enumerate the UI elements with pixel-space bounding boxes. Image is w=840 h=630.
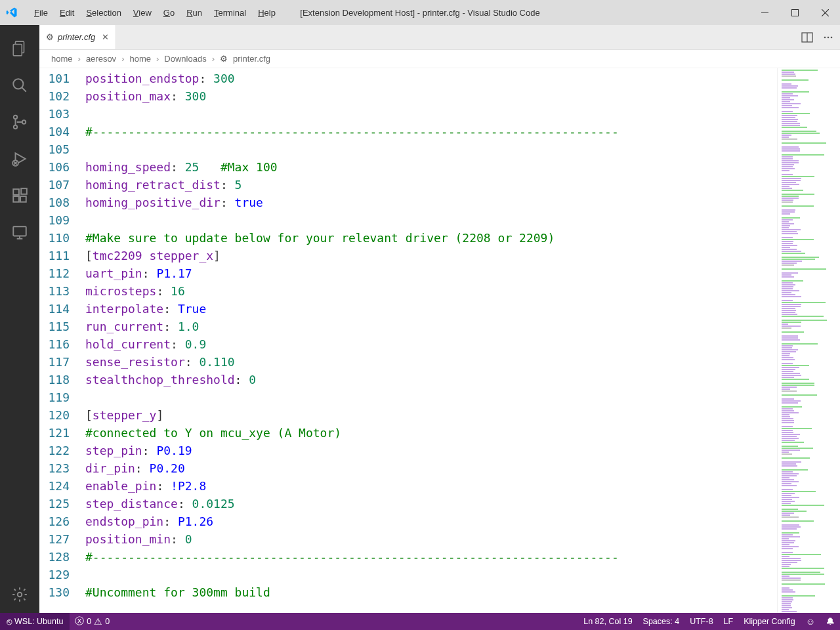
window-controls: [749, 0, 840, 25]
menu-help[interactable]: Help: [253, 5, 281, 20]
breadcrumb-item[interactable]: home: [129, 54, 151, 64]
tab-bar: ⚙ printer.cfg ✕: [39, 25, 840, 50]
close-tab-icon[interactable]: ✕: [102, 32, 109, 42]
problems-status[interactable]: ⓧ0 ⚠0: [70, 613, 115, 630]
activity-bar: [0, 25, 39, 613]
gear-icon: ⚙: [46, 32, 54, 42]
svg-rect-9: [13, 196, 19, 202]
breadcrumb-item[interactable]: home: [51, 54, 73, 64]
settings-gear-icon[interactable]: [0, 576, 39, 613]
chevron-right-icon: ›: [156, 54, 159, 64]
svg-point-17: [831, 36, 833, 38]
remote-explorer-icon[interactable]: [0, 214, 39, 251]
svg-rect-8: [13, 189, 19, 195]
search-icon[interactable]: [0, 67, 39, 104]
svg-rect-2: [13, 45, 22, 56]
feedback-icon[interactable]: ☺: [801, 613, 820, 630]
more-actions-icon[interactable]: [822, 31, 835, 44]
menu-run[interactable]: Run: [181, 5, 207, 20]
title-bar: File Edit Selection View Go Run Terminal…: [0, 0, 840, 25]
warning-icon: ⚠: [94, 616, 102, 627]
indentation-status[interactable]: Spaces: 4: [638, 613, 685, 630]
gear-icon: ⚙: [220, 54, 228, 64]
chevron-right-icon: ›: [212, 54, 215, 64]
menu-terminal[interactable]: Terminal: [209, 5, 251, 20]
breadcrumb-item[interactable]: Downloads: [164, 54, 206, 64]
svg-point-5: [14, 125, 17, 129]
svg-point-3: [13, 79, 23, 89]
eol-status[interactable]: LF: [719, 613, 739, 630]
remote-icon: ⎋: [7, 616, 12, 627]
explorer-icon[interactable]: [0, 30, 39, 67]
menu-view[interactable]: View: [128, 5, 157, 20]
editor-row: 1011021031041051061071081091101111121131…: [39, 68, 840, 613]
notifications-icon[interactable]: 🔔︎: [820, 613, 840, 630]
svg-rect-0: [791, 9, 798, 16]
editor-area: ⚙ printer.cfg ✕ home › aeresov › home › …: [39, 25, 840, 613]
svg-point-15: [824, 36, 826, 38]
split-editor-icon[interactable]: [801, 31, 814, 44]
code-content[interactable]: position_endstop: 300position_max: 300 #…: [85, 68, 777, 613]
window-title: [Extension Development Host] - printer.c…: [300, 8, 539, 18]
language-mode[interactable]: Klipper Config: [738, 613, 801, 630]
menu-selection[interactable]: Selection: [81, 5, 126, 20]
svg-point-4: [14, 116, 17, 119]
minimize-button[interactable]: [749, 0, 780, 25]
menu-edit[interactable]: Edit: [54, 5, 79, 20]
remote-indicator[interactable]: ⎋ WSL: Ubuntu: [0, 613, 70, 630]
main-area: ⚙ printer.cfg ✕ home › aeresov › home › …: [0, 25, 840, 613]
breadcrumb-item[interactable]: printer.cfg: [233, 54, 270, 64]
text-editor[interactable]: 1011021031041051061071081091101111121131…: [39, 68, 777, 613]
menu-bar: File Edit Selection View Go Run Terminal…: [29, 5, 281, 20]
maximize-button[interactable]: [780, 0, 810, 25]
cursor-position[interactable]: Ln 82, Col 19: [578, 613, 637, 630]
editor-tab[interactable]: ⚙ printer.cfg ✕: [39, 25, 116, 49]
vscode-logo: [0, 7, 24, 18]
svg-point-6: [22, 120, 26, 123]
tab-filename: printer.cfg: [58, 32, 95, 42]
minimap[interactable]: [777, 68, 840, 613]
svg-point-13: [18, 593, 22, 597]
svg-rect-11: [21, 188, 27, 194]
tab-actions: [801, 25, 840, 49]
line-number-gutter: 1011021031041051061071081091101111121131…: [39, 68, 85, 613]
status-bar: ⎋ WSL: Ubuntu ⓧ0 ⚠0 Ln 82, Col 19 Spaces…: [0, 613, 840, 630]
error-icon: ⓧ: [75, 616, 84, 627]
encoding-status[interactable]: UTF-8: [684, 613, 718, 630]
chevron-right-icon: ›: [121, 54, 124, 64]
breadcrumb-item[interactable]: aeresov: [86, 54, 116, 64]
menu-file[interactable]: File: [29, 5, 53, 20]
source-control-icon[interactable]: [0, 104, 39, 140]
menu-go[interactable]: Go: [158, 5, 180, 20]
svg-rect-10: [20, 196, 26, 202]
svg-point-16: [828, 36, 830, 38]
breadcrumb[interactable]: home › aeresov › home › Downloads › ⚙ pr…: [39, 50, 840, 68]
chevron-right-icon: ›: [78, 54, 81, 64]
extensions-icon[interactable]: [0, 177, 39, 214]
run-debug-icon[interactable]: [0, 140, 39, 177]
svg-rect-12: [13, 226, 26, 236]
close-button[interactable]: [810, 0, 840, 25]
